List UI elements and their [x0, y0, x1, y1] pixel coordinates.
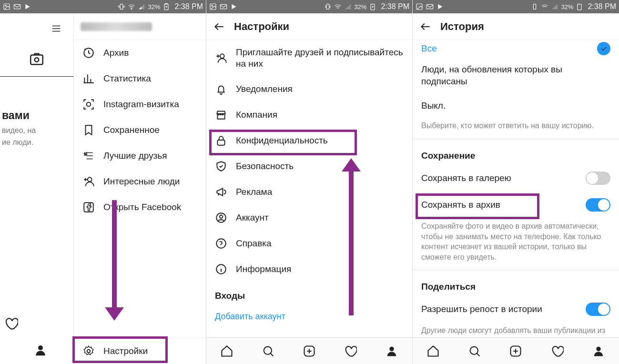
search-icon[interactable] — [262, 344, 275, 358]
profile-icon[interactable] — [385, 344, 398, 358]
back-icon[interactable] — [419, 20, 432, 33]
play-icon — [24, 3, 31, 10]
svg-rect-2 — [14, 4, 20, 9]
bookmark-icon — [82, 124, 95, 136]
profile-menu-drawer: Архив Статистика Instagram-визитка Сохра… — [74, 13, 206, 337]
allow-repost-toggle[interactable] — [586, 303, 610, 316]
account-icon — [215, 212, 227, 224]
allow-repost-label: Разрешить репост в истории — [421, 304, 542, 314]
svg-rect-7 — [30, 55, 43, 65]
settings-company-label: Компания — [236, 110, 277, 120]
search-icon[interactable] — [468, 344, 481, 358]
signal-icon — [551, 3, 558, 10]
svg-rect-32 — [578, 4, 581, 10]
home-icon[interactable] — [426, 344, 440, 358]
vibrate-icon — [118, 3, 125, 10]
play-icon — [436, 3, 444, 10]
bell-icon — [215, 83, 227, 95]
vibrate-icon — [324, 3, 332, 10]
list-star-icon — [82, 150, 95, 162]
menu-archive[interactable]: Архив — [74, 40, 206, 66]
svg-point-10 — [87, 102, 91, 107]
storefront-icon — [215, 109, 227, 121]
screen-story: 32% 2:38 PM История Все Люди, на обновле… — [413, 0, 619, 364]
save-archive-row[interactable]: Сохранять в архив — [413, 192, 619, 218]
svg-rect-18 — [327, 4, 329, 10]
battery-pct: 32% — [354, 3, 366, 10]
check-icon — [597, 42, 610, 55]
add-post-icon[interactable] — [509, 344, 522, 358]
heart-icon[interactable] — [4, 316, 18, 333]
story-all-option[interactable]: Все — [413, 40, 619, 57]
menu-saved-label: Сохраненное — [103, 125, 160, 135]
add-post-icon[interactable] — [303, 344, 316, 358]
story-all-label: Все — [421, 43, 437, 54]
settings-info[interactable]: Информация — [206, 256, 412, 282]
menu-close-friends-label: Лучшие друзья — [103, 151, 167, 161]
stats-icon — [82, 72, 95, 85]
status-bar: 32% 2:38 PM — [0, 0, 206, 13]
mail-icon — [220, 3, 227, 10]
heart-icon[interactable] — [344, 344, 357, 358]
hamburger-icon[interactable] — [50, 23, 63, 36]
settings-account-label: Аккаунт — [236, 212, 269, 223]
settings-ads[interactable]: Реклама — [206, 179, 412, 205]
story-header: История — [413, 13, 619, 40]
menu-close-friends[interactable]: Лучшие друзья — [74, 143, 206, 169]
settings-ads-label: Реклама — [236, 187, 272, 197]
settings-security[interactable]: Безопасность — [206, 153, 412, 179]
menu-facebook[interactable]: Открыть Facebook — [74, 194, 206, 220]
story-title: История — [440, 20, 484, 33]
menu-nametag[interactable]: Instagram-визитка — [74, 91, 206, 117]
menu-saved[interactable]: Сохраненное — [74, 117, 206, 143]
save-gallery-toggle[interactable] — [586, 172, 610, 185]
allow-repost-row[interactable]: Разрешить репост в истории — [413, 296, 619, 323]
save-gallery-label: Сохранять в галерею — [421, 173, 511, 183]
svg-point-20 — [220, 54, 224, 58]
megaphone-icon — [215, 186, 227, 198]
profile-tab-icon[interactable] — [33, 343, 48, 359]
svg-rect-6 — [165, 3, 167, 4]
settings-security-label: Безопасность — [236, 161, 294, 172]
username-blurred — [81, 22, 152, 31]
settings-account[interactable]: Аккаунт — [206, 205, 412, 231]
save-gallery-row[interactable]: Сохранять в галерею — [413, 165, 619, 192]
story-subscribed-option[interactable]: Люди, на обновления которых вы подписаны — [413, 57, 619, 94]
menu-discover[interactable]: Интересные люди — [74, 169, 206, 194]
nametag-icon — [82, 98, 95, 111]
wifi-icon — [128, 3, 135, 10]
bottom-nav — [413, 337, 619, 364]
settings-info-label: Информация — [236, 264, 291, 274]
svg-point-14 — [38, 345, 43, 350]
mail-icon — [13, 3, 21, 10]
menu-stats[interactable]: Статистика — [74, 66, 206, 91]
story-off-option[interactable]: Выкл. — [413, 94, 619, 118]
profile-photo-icon[interactable] — [29, 51, 45, 69]
home-icon[interactable] — [220, 344, 233, 358]
profile-left-partial: вами видео, на ие люди. — [0, 13, 74, 337]
svg-point-1 — [5, 5, 7, 7]
settings-notifications[interactable]: Уведомления — [206, 76, 412, 102]
svg-point-4 — [132, 9, 132, 10]
back-icon[interactable] — [213, 20, 225, 33]
settings-help-label: Справка — [236, 238, 272, 249]
mail-icon — [426, 3, 434, 10]
signal-icon — [344, 3, 352, 10]
save-archive-toggle[interactable] — [586, 198, 610, 212]
screen-profile-menu: 32% 2:38 PM вами видео, на ие люди. Архи… — [0, 0, 206, 364]
settings-title: Настройки — [234, 20, 289, 33]
save-desc: Сохраняйте фото и видео в архив автомати… — [413, 218, 619, 267]
settings-help[interactable]: Справка — [206, 231, 412, 256]
add-account-link[interactable]: Добавить аккаунт — [206, 305, 412, 328]
settings-company[interactable]: Компания — [206, 102, 412, 128]
clock-time: 2:38 PM — [174, 2, 203, 11]
wifi-icon — [334, 3, 342, 10]
settings-privacy[interactable]: Конфиденциальность — [206, 128, 412, 153]
settings-invite[interactable]: Приглашайте друзей и подписывайтесь на н… — [206, 40, 412, 76]
profile-icon[interactable] — [592, 344, 605, 358]
heart-icon[interactable] — [550, 344, 564, 358]
play-icon — [230, 3, 238, 10]
svg-point-28 — [389, 346, 394, 351]
story-subscribed-label: Люди, на обновления которых вы подписаны — [421, 64, 610, 87]
battery-pct: 32% — [148, 3, 160, 10]
